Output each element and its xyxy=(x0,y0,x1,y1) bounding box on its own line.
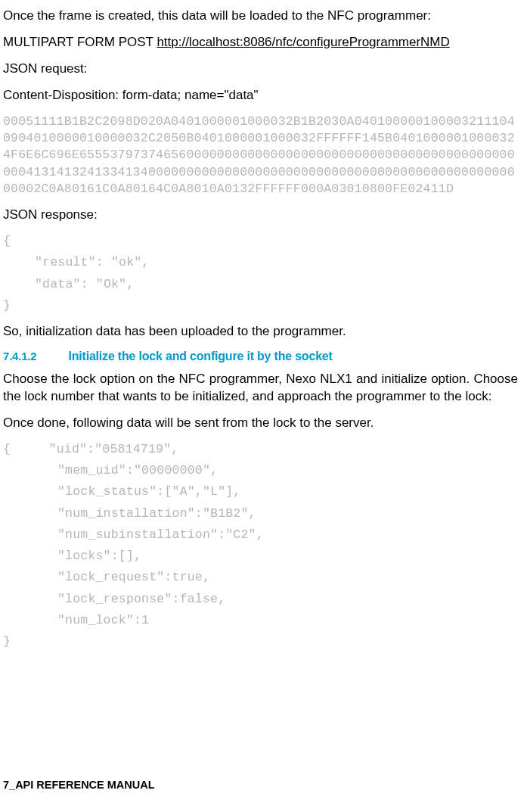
json2-lock-response: "lock_response":false, xyxy=(3,591,518,608)
section-number: 7.4.1.2 xyxy=(3,350,36,362)
section-title: Initialize the lock and configure it by … xyxy=(68,350,332,362)
para-once-done: Once done, following data will be sent f… xyxy=(3,415,518,432)
para-choose-lock: Choose the lock option on the NFC progra… xyxy=(3,371,518,406)
json2-lock-status: "lock_status":["A","L"], xyxy=(3,484,518,500)
multipart-url: http://localhost:8086/nfc/configureProgr… xyxy=(157,35,449,49)
json2-num-lock: "num_lock":1 xyxy=(3,612,518,629)
para-init-uploaded: So, initialization data has been uploade… xyxy=(3,323,518,341)
para-multipart: MULTIPART FORM POST http://localhost:808… xyxy=(3,34,518,51)
json2-close: } xyxy=(3,633,518,650)
multipart-label: MULTIPART FORM POST xyxy=(3,35,157,49)
json-response-block: { "result": "ok", "data": "Ok", } xyxy=(3,233,518,314)
json-line-result: "result": "ok", xyxy=(3,254,518,271)
para-json-request-label: JSON request: xyxy=(3,61,518,78)
para-intro-1: Once the frame is created, this data wil… xyxy=(3,8,518,25)
json2-num-installation: "num_installation":"B1B2", xyxy=(3,506,518,522)
json2-lock-request: "lock_request":true, xyxy=(3,569,518,586)
json2-open: { "uid":"05814719", xyxy=(3,441,518,458)
json-line-data: "data": "Ok", xyxy=(3,276,518,293)
json2-locks: "locks":[], xyxy=(3,548,518,565)
json-open: { xyxy=(3,233,518,250)
section-heading-7-4-1-2: 7.4.1.2Initialize the lock and configure… xyxy=(3,350,518,363)
json2-mem-uid: "mem_uid":"00000000", xyxy=(3,462,518,479)
footer-label: 7_API REFERENCE MANUAL xyxy=(3,779,155,791)
hex-block: 00051111B1B2C2098D020A0401000001000032B1… xyxy=(3,114,518,198)
para-json-response-label: JSON response: xyxy=(3,207,518,224)
json2-num-subinstallation: "num_subinstallation":"C2", xyxy=(3,527,518,543)
json-lock-block: { "uid":"05814719", "mem_uid":"00000000"… xyxy=(3,441,518,651)
json-close: } xyxy=(3,297,518,314)
para-content-disposition: Content-Disposition: form-data; name="da… xyxy=(3,87,518,104)
